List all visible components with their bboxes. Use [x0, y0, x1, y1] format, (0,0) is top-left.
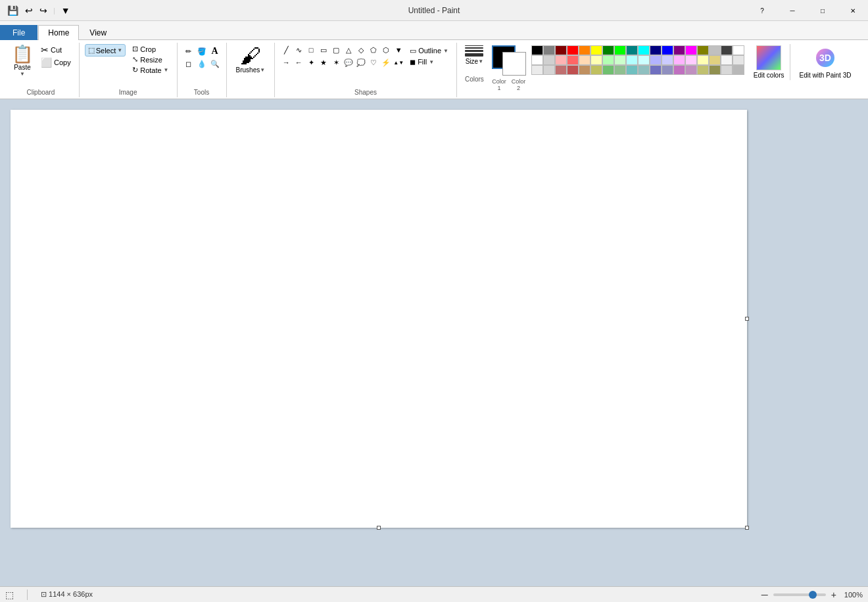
color-swatch[interactable]: [709, 65, 721, 75]
color-swatch[interactable]: [543, 45, 555, 55]
color-swatch[interactable]: [638, 65, 650, 75]
color-swatch[interactable]: [543, 65, 555, 75]
shape-more[interactable]: ▼: [393, 44, 404, 56]
undo-icon[interactable]: ↩: [23, 4, 35, 17]
color-swatch[interactable]: [685, 45, 697, 55]
shape-heart[interactable]: ♡: [368, 57, 379, 68]
color-swatch[interactable]: [626, 55, 638, 65]
color-swatch[interactable]: [673, 55, 685, 65]
edit-paint3d-button[interactable]: 3D Edit with Paint 3D: [794, 44, 857, 80]
shape-star5[interactable]: ★: [318, 57, 329, 68]
color-swatch[interactable]: [733, 45, 744, 55]
color-swatch[interactable]: [721, 55, 733, 65]
shape-line[interactable]: ╱: [280, 44, 292, 56]
color-swatch[interactable]: [567, 65, 579, 75]
color-swatch[interactable]: [591, 65, 602, 75]
color-swatch[interactable]: [602, 45, 614, 55]
color-swatch[interactable]: [567, 45, 579, 55]
color-swatch[interactable]: [602, 55, 614, 65]
color-swatch[interactable]: [697, 45, 709, 55]
zoom-slider[interactable]: [773, 593, 826, 596]
magnifier-tool[interactable]: 🔍: [209, 58, 221, 70]
shape-roundrect[interactable]: ▢: [330, 44, 342, 56]
color-swatch[interactable]: [555, 65, 567, 75]
edit-colors-button[interactable]: Edit colors: [748, 44, 790, 80]
shape-hex[interactable]: ⬡: [380, 44, 392, 56]
resize-handle-corner[interactable]: [745, 526, 749, 530]
tab-home[interactable]: Home: [38, 25, 79, 40]
color-swatch[interactable]: [697, 55, 709, 65]
color-picker-tool[interactable]: 💧: [196, 58, 208, 70]
color-swatch[interactable]: [614, 55, 626, 65]
color-swatch[interactable]: [543, 55, 555, 65]
color-swatch[interactable]: [567, 55, 579, 65]
color-swatch[interactable]: [662, 55, 673, 65]
paste-button[interactable]: 📋 Paste ▼: [8, 44, 37, 78]
color-swatch[interactable]: [733, 55, 744, 65]
help-button[interactable]: ?: [747, 0, 777, 21]
shape-arrow-l[interactable]: ←: [293, 57, 304, 68]
customize-icon[interactable]: ▼: [59, 4, 72, 17]
color-swatch[interactable]: [614, 45, 626, 55]
color-swatch[interactable]: [650, 45, 662, 55]
color-swatch[interactable]: [721, 65, 733, 75]
eraser-tool[interactable]: ◻: [183, 58, 195, 70]
shape-pentagon[interactable]: ⬠: [368, 44, 379, 56]
copy-button[interactable]: ⬜ Copy: [38, 57, 74, 68]
color2-swatch[interactable]: [502, 52, 526, 76]
minimize-button[interactable]: ─: [777, 0, 808, 21]
zoom-in-button[interactable]: +: [831, 590, 836, 600]
color-swatch[interactable]: [591, 45, 602, 55]
color-swatch[interactable]: [602, 65, 614, 75]
redo-icon[interactable]: ↪: [37, 4, 49, 17]
size-button[interactable]: Size ▼ Colors: [462, 44, 487, 84]
shape-arrow-r[interactable]: →: [280, 57, 292, 68]
color-swatch[interactable]: [662, 45, 673, 55]
color-swatch[interactable]: [555, 55, 567, 65]
color-swatch[interactable]: [697, 65, 709, 75]
crop-button[interactable]: ⊡ Crop: [130, 44, 171, 54]
fill-tool[interactable]: 🪣: [196, 45, 208, 57]
shape-lightning[interactable]: ⚡: [380, 57, 392, 68]
color-swatch[interactable]: [579, 45, 591, 55]
close-button[interactable]: ✕: [838, 0, 868, 21]
color-swatch[interactable]: [733, 65, 744, 75]
resize-button[interactable]: ⤡ Resize: [130, 55, 171, 64]
rotate-button[interactable]: ↻ Rotate ▼: [130, 65, 171, 75]
shape-rect2[interactable]: ▭: [318, 44, 329, 56]
resize-handle-right[interactable]: [745, 317, 749, 321]
color-swatch[interactable]: [555, 45, 567, 55]
color-swatch[interactable]: [531, 55, 543, 65]
shape-diamond[interactable]: ◇: [355, 44, 367, 56]
color-swatch[interactable]: [685, 55, 697, 65]
tab-view[interactable]: View: [80, 25, 116, 40]
shape-more2[interactable]: ▲▼: [393, 57, 404, 68]
color-swatch[interactable]: [673, 45, 685, 55]
save-icon[interactable]: 💾: [5, 4, 20, 17]
shape-callout2[interactable]: 💭: [355, 57, 367, 68]
color-swatch[interactable]: [638, 55, 650, 65]
color-swatch[interactable]: [650, 55, 662, 65]
cut-button[interactable]: ✂ Cut: [38, 44, 74, 56]
color-swatch[interactable]: [614, 65, 626, 75]
shape-rect[interactable]: □: [305, 44, 317, 56]
color-swatch[interactable]: [662, 65, 673, 75]
shape-star6[interactable]: ✶: [330, 57, 342, 68]
color-swatch[interactable]: [626, 65, 638, 75]
color-swatch[interactable]: [579, 65, 591, 75]
brushes-button[interactable]: 🖌 Brushes ▼: [232, 44, 270, 75]
color-swatch[interactable]: [650, 65, 662, 75]
outline-button[interactable]: ▭ Outline ▼: [407, 46, 451, 56]
color-swatch[interactable]: [638, 45, 650, 55]
color-swatch[interactable]: [626, 45, 638, 55]
color-swatch[interactable]: [709, 55, 721, 65]
color-swatch[interactable]: [531, 45, 543, 55]
text-tool[interactable]: A: [209, 45, 221, 57]
fill-shape-button[interactable]: ◼ Fill ▼: [407, 57, 451, 67]
zoom-out-button[interactable]: ─: [761, 590, 768, 600]
maximize-button[interactable]: □: [808, 0, 838, 21]
select-button[interactable]: ⬚ Select ▼: [85, 44, 126, 57]
color-swatch[interactable]: [531, 65, 543, 75]
color-swatch[interactable]: [721, 45, 733, 55]
shape-star4[interactable]: ✦: [305, 57, 317, 68]
